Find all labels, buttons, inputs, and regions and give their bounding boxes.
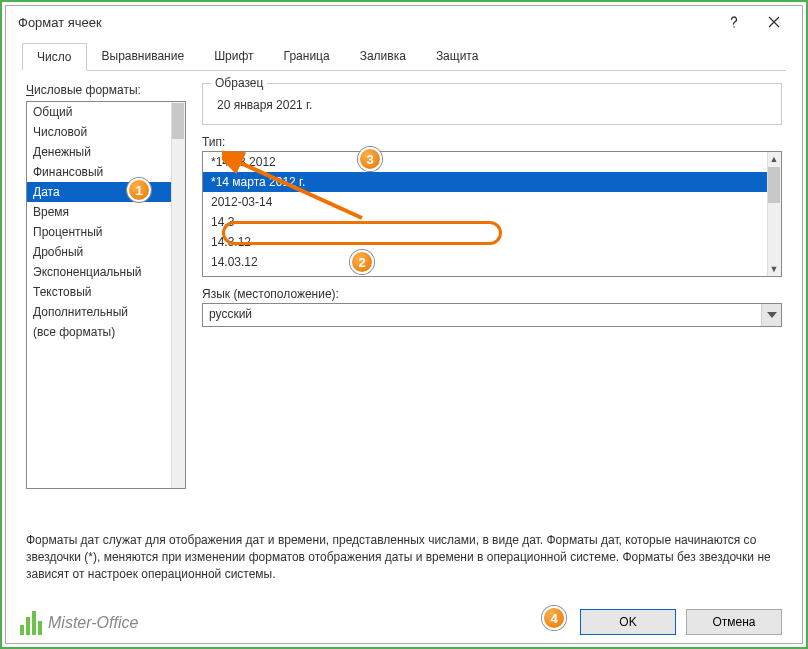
list-item[interactable]: 2012-03-14	[203, 192, 781, 212]
tab-number[interactable]: Число	[22, 43, 87, 71]
scroll-down-icon[interactable]: ▼	[768, 262, 780, 276]
list-item[interactable]: 14.03.12	[203, 252, 781, 272]
language-combo[interactable]: русский	[202, 303, 782, 327]
logo-text: Mister-Office	[48, 614, 138, 632]
format-category-list[interactable]: Общий Числовой Денежный Финансовый Дата …	[26, 101, 186, 489]
list-item[interactable]: Числовой	[27, 122, 185, 142]
list-item[interactable]: Дробный	[27, 242, 185, 262]
language-value: русский	[203, 304, 761, 326]
list-item[interactable]: Финансовый	[27, 162, 185, 182]
list-item[interactable]: Денежный	[27, 142, 185, 162]
watermark-logo: Mister-Office	[20, 611, 138, 635]
list-item[interactable]: (все форматы)	[27, 322, 185, 342]
sample-label: Образец	[211, 76, 267, 90]
help-button[interactable]	[714, 8, 754, 36]
sample-value: 20 января 2021 г.	[213, 92, 771, 112]
list-item[interactable]: Общий	[27, 102, 185, 122]
tab-protection[interactable]: Защита	[421, 42, 494, 70]
annotation-badge-2: 2	[350, 250, 374, 274]
type-list[interactable]: *14.03.2012 *14 марта 2012 г. 2012-03-14…	[202, 151, 782, 277]
annotation-badge-3: 3	[358, 147, 382, 171]
window-title: Формат ячеек	[14, 15, 714, 30]
description-text: Форматы дат служат для отображения дат и…	[26, 532, 782, 583]
scrollbar-thumb[interactable]	[768, 167, 780, 203]
scroll-up-icon[interactable]: ▲	[768, 152, 780, 166]
annotation-badge-1: 1	[127, 178, 151, 202]
format-category-label: Числовые форматы:	[26, 83, 186, 97]
close-button[interactable]	[754, 8, 794, 36]
list-item[interactable]: Дополнительный	[27, 302, 185, 322]
sample-group: Образец 20 января 2021 г.	[202, 83, 782, 125]
tab-alignment[interactable]: Выравнивание	[87, 42, 200, 70]
type-label: Тип:	[202, 135, 225, 149]
ok-button[interactable]: OK	[580, 609, 676, 635]
list-item[interactable]: Время	[27, 202, 185, 222]
list-item[interactable]: Экспоненциальный	[27, 262, 185, 282]
tab-font[interactable]: Шрифт	[199, 42, 268, 70]
titlebar: Формат ячеек	[6, 6, 802, 38]
list-item[interactable]: Процентный	[27, 222, 185, 242]
dropdown-icon[interactable]	[761, 304, 781, 326]
list-item[interactable]: *14.03.2012	[203, 152, 781, 172]
tab-border[interactable]: Граница	[269, 42, 345, 70]
list-item[interactable]: 14.3.12	[203, 232, 781, 252]
tab-fill[interactable]: Заливка	[345, 42, 421, 70]
list-item-selected[interactable]: Дата	[27, 182, 185, 202]
list-item[interactable]: 14.3	[203, 212, 781, 232]
scrollbar[interactable]	[171, 102, 185, 488]
scrollbar-thumb[interactable]	[172, 103, 184, 139]
list-item-selected[interactable]: *14 марта 2012 г.	[203, 172, 781, 192]
scrollbar[interactable]: ▲ ▼	[767, 152, 781, 276]
tab-bar: Число Выравнивание Шрифт Граница Заливка…	[22, 42, 786, 71]
annotation-badge-4: 4	[542, 606, 566, 630]
list-item[interactable]: Текстовый	[27, 282, 185, 302]
language-label: Язык (местоположение):	[202, 287, 339, 301]
list-item[interactable]: 14 мар	[203, 272, 781, 277]
logo-bars-icon	[20, 611, 42, 635]
cancel-button[interactable]: Отмена	[686, 609, 782, 635]
